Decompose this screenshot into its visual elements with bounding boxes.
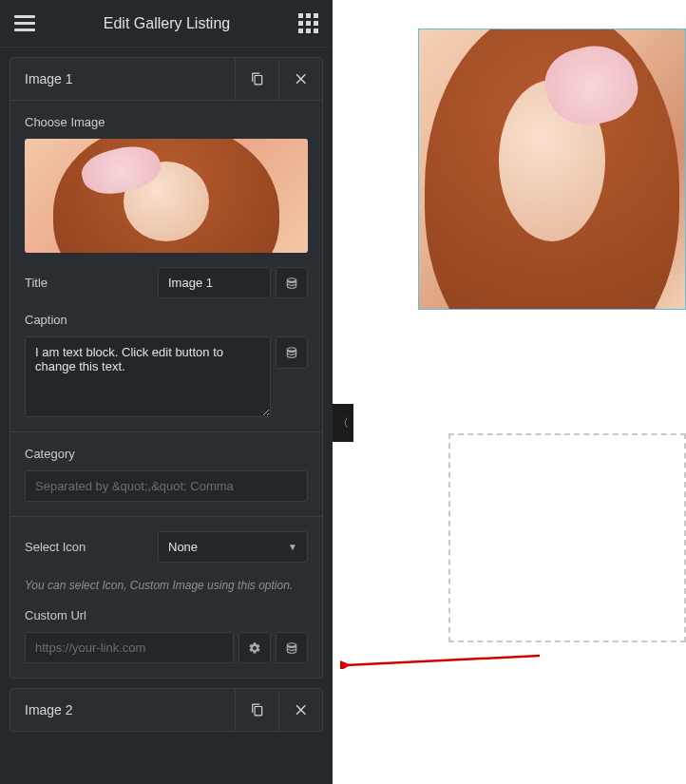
item-header: Image 2 (10, 689, 322, 731)
dynamic-url-button[interactable] (276, 632, 308, 663)
select-icon-help: You can select Icon, Custom Image using … (25, 577, 308, 594)
url-settings-button[interactable] (238, 632, 271, 663)
gallery-item-2: Image 2 (10, 688, 323, 732)
panel-title: Edit Gallery Listing (35, 15, 298, 32)
remove-button[interactable] (278, 689, 322, 731)
gear-icon (248, 641, 261, 655)
caret-down-icon: ▼ (288, 542, 297, 552)
database-icon (285, 641, 298, 655)
item-header: Image 1 (10, 58, 322, 101)
item-body: Choose Image Title Caption (10, 101, 322, 678)
title-input[interactable] (158, 267, 271, 298)
database-icon (285, 277, 298, 290)
image-thumbnail[interactable] (25, 139, 308, 253)
item-heading[interactable]: Image 2 (10, 691, 235, 729)
close-icon (294, 702, 309, 717)
close-icon (294, 71, 309, 86)
select-icon-value: None (168, 540, 198, 554)
gallery-dropzone[interactable] (448, 433, 686, 642)
apps-grid-icon[interactable] (298, 13, 318, 33)
duplicate-button[interactable] (235, 58, 278, 100)
custom-url-input[interactable] (25, 632, 234, 663)
settings-sidebar: Edit Gallery Listing Image 1 Choose Imag… (0, 0, 333, 784)
remove-button[interactable] (278, 58, 322, 100)
gallery-preview-image[interactable] (418, 29, 686, 310)
panel-body[interactable]: Image 1 Choose Image Title (0, 48, 333, 784)
category-label: Category (25, 447, 308, 461)
custom-url-label: Custom Url (25, 608, 308, 622)
select-icon-dropdown[interactable]: None ▼ (158, 531, 308, 563)
panel-header: Edit Gallery Listing (0, 0, 333, 48)
choose-image-label: Choose Image (25, 115, 308, 129)
item-heading[interactable]: Image 1 (10, 60, 235, 98)
menu-icon[interactable] (14, 11, 35, 35)
database-icon (285, 346, 298, 359)
dynamic-title-button[interactable] (276, 267, 308, 298)
copy-icon (251, 72, 264, 86)
duplicate-button[interactable] (235, 689, 278, 731)
copy-icon (251, 703, 264, 717)
caption-textarea[interactable]: I am text block. Click edit button to ch… (25, 336, 271, 417)
dynamic-caption-button[interactable] (276, 336, 308, 369)
title-label: Title (25, 276, 148, 290)
select-icon-label: Select Icon (25, 540, 148, 554)
category-input[interactable] (25, 470, 308, 502)
caption-label: Caption (25, 313, 308, 327)
canvas-preview (333, 0, 686, 784)
gallery-item-1: Image 1 Choose Image Title (10, 57, 323, 679)
